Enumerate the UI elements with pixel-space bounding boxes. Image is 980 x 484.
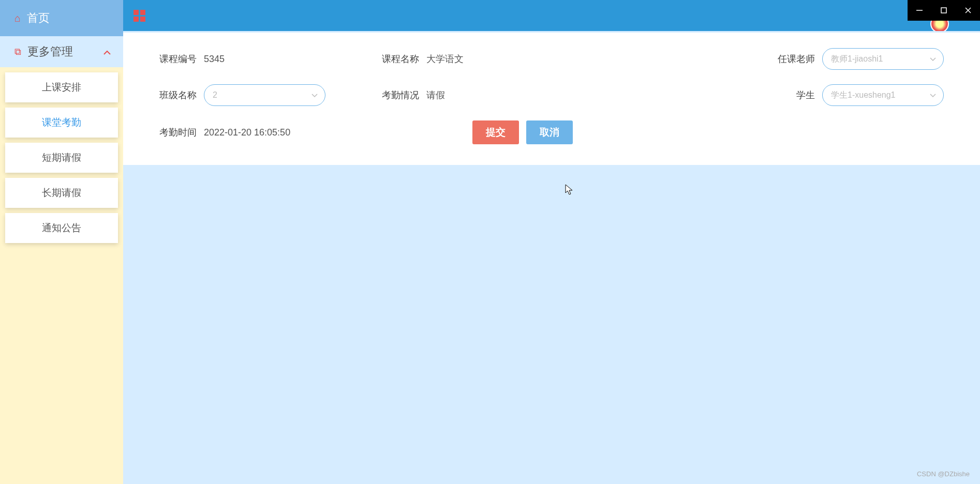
sidebar-section-label: 更多管理 [27,44,73,59]
student-select[interactable]: 学生1-xuesheng1 [822,84,944,106]
sidebar-home-label: 首页 [27,10,50,26]
sidebar-item-short-leave[interactable]: 短期请假 [5,143,118,173]
time-label: 考勤时间 [159,126,197,139]
sidebar-item-label: 短期请假 [42,151,81,164]
sidebar-item-long-leave[interactable]: 长期请假 [5,178,118,208]
sidebar-item-schedule[interactable]: 上课安排 [5,72,118,102]
sidebar-menu: 上课安排 课堂考勤 短期请假 长期请假 通知公告 [0,67,123,243]
student-label: 学生 [796,89,815,101]
submit-button[interactable]: 提交 [472,120,519,144]
teacher-select-value: 教师1-jiaoshi1 [831,54,883,65]
teacher-label: 任课老师 [778,53,815,65]
sidebar-item-attendance[interactable]: 课堂考勤 [5,108,118,138]
sidebar-item-label: 长期请假 [42,186,81,200]
window-maximize-button[interactable] [932,0,956,21]
sidebar-item-label: 课堂考勤 [42,116,81,129]
watermark: CSDN @DZbishe [917,470,970,478]
sidebar-item-announcements[interactable]: 通知公告 [5,213,118,243]
topbar [123,0,980,31]
sidebar: ⌂ 首页 ⧉ 更多管理 上课安排 课堂考勤 短期请假 长期请假 通知公告 [0,0,123,484]
sidebar-section-more[interactable]: ⧉ 更多管理 [0,36,123,67]
home-icon: ⌂ [14,12,21,24]
attendance-value: 请假 [426,89,445,101]
teacher-select[interactable]: 教师1-jiaoshi1 [822,48,944,70]
student-select-value: 学生1-xuesheng1 [831,90,896,101]
window-minimize-button[interactable] [908,0,932,21]
sidebar-home[interactable]: ⌂ 首页 [0,0,123,36]
copy-icon: ⧉ [14,47,21,57]
attendance-label: 考勤情况 [382,89,419,101]
time-value: 2022-01-20 16:05:50 [204,127,290,138]
apps-grid-icon[interactable] [133,10,145,22]
chevron-down-icon [930,90,936,100]
course-name-value: 大学语文 [426,53,464,65]
chevron-up-icon [103,45,111,58]
chevron-down-icon [930,54,936,64]
window-close-button[interactable] [956,0,980,21]
form-panel: 课程编号 5345 课程名称 大学语文 任课老师 教师1-jiaoshi1 班级… [123,33,980,165]
svg-rect-1 [941,8,946,13]
course-id-value: 5345 [204,54,225,65]
cancel-button[interactable]: 取消 [526,120,573,144]
class-select[interactable]: 2 [204,84,325,106]
main-content: 课程编号 5345 课程名称 大学语文 任课老师 教师1-jiaoshi1 班级… [123,31,980,484]
window-titlebar [908,0,980,21]
course-id-label: 课程编号 [159,53,197,65]
class-label: 班级名称 [159,89,197,101]
sidebar-item-label: 通知公告 [42,221,81,235]
class-select-value: 2 [213,90,217,100]
chevron-down-icon [311,90,318,100]
course-name-label: 课程名称 [382,53,419,65]
sidebar-item-label: 上课安排 [42,81,81,94]
